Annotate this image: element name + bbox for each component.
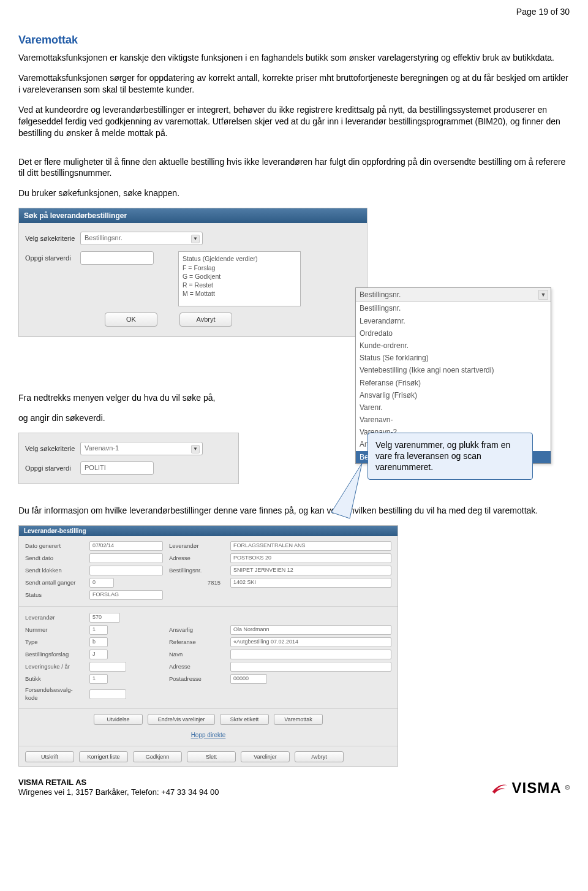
chevron-down-icon: ▼ bbox=[538, 290, 548, 300]
dropdown-option[interactable]: Ansvarlig (Frisøk) bbox=[356, 389, 551, 401]
dropdown-selected: Bestillingsnr. ▼ bbox=[356, 288, 551, 302]
dropdown-option[interactable]: Bestillingsnr. bbox=[356, 302, 551, 314]
paragraph: Du får informasjon om hvilke leverandørb… bbox=[18, 505, 570, 517]
dropdown-option[interactable]: Referanse (Frisøk) bbox=[356, 377, 551, 389]
sent-date-input[interactable] bbox=[89, 553, 163, 563]
sent-count-input[interactable]: 0 bbox=[89, 578, 114, 588]
reference-input[interactable]: «Autgbestilling 07.02.2014 bbox=[230, 637, 391, 647]
page-number: Page 19 of 30 bbox=[18, 0, 570, 30]
startvalue-input[interactable]: POLITI bbox=[80, 461, 154, 475]
dropdown-option[interactable]: Varenavn- bbox=[356, 414, 551, 426]
field-label: Nummer bbox=[25, 626, 83, 634]
field-label: Leverandør bbox=[169, 542, 224, 550]
delivery-week-input[interactable] bbox=[89, 662, 126, 672]
search-dialog: Søk på leverandørbestillinger Velg søkek… bbox=[18, 208, 368, 337]
field-label: Type bbox=[25, 639, 83, 646]
name-input[interactable] bbox=[230, 650, 391, 659]
type-input[interactable]: b bbox=[89, 637, 108, 647]
extension-button[interactable]: Utvidelse bbox=[94, 714, 143, 725]
print-button[interactable]: Utskrift bbox=[25, 751, 74, 762]
approve-button[interactable]: Godkjenn bbox=[133, 751, 182, 762]
lines-button[interactable]: Varelinjer bbox=[241, 751, 290, 762]
addr2-input[interactable] bbox=[230, 662, 391, 672]
jump-link[interactable]: Hopp direkte bbox=[19, 729, 398, 745]
corrected-list-button[interactable]: Korrigert liste bbox=[79, 751, 128, 762]
criteria-label: Velg søkekriterie bbox=[25, 442, 80, 453]
field-label: Adresse bbox=[169, 555, 224, 563]
field-label: Dato generert bbox=[25, 542, 83, 550]
swirl-icon bbox=[490, 779, 508, 797]
supplier-id-input[interactable]: 570 bbox=[89, 613, 120, 623]
callout-tip: Velg varenummer, og plukk fram en vare f… bbox=[368, 433, 533, 480]
field-label: Ansvarlig bbox=[169, 626, 224, 634]
status-input[interactable]: FORSLAG bbox=[89, 590, 163, 600]
company-name: VISMA RETAIL AS bbox=[18, 778, 86, 787]
dropdown-option[interactable]: Ventebestilling (Ikke angi noen startver… bbox=[356, 364, 551, 376]
cancel-button[interactable]: Avbryt bbox=[179, 313, 232, 327]
field-label: Status bbox=[25, 591, 83, 599]
print-label-button[interactable]: Skriv etikett bbox=[220, 714, 269, 725]
visma-logo: VISMA® bbox=[490, 778, 570, 798]
logo-text: VISMA bbox=[512, 778, 562, 798]
startvalue-label: Oppgi starverdi bbox=[25, 461, 80, 473]
startvalue-label: Oppgi starverdi bbox=[25, 251, 80, 263]
criteria-value: Bestillingsnr. bbox=[85, 234, 123, 241]
field-label: Sendt klokken bbox=[25, 567, 83, 575]
chevron-down-icon: ▼ bbox=[191, 445, 200, 453]
company-address: Wirgenes vei 1, 3157 Barkåker, Telefon: … bbox=[18, 787, 219, 797]
field-label: Sendt dato bbox=[25, 555, 83, 563]
goods-receipt-button[interactable]: Varemottak bbox=[274, 714, 323, 725]
date-generated-input[interactable]: 07/02/14 bbox=[89, 541, 163, 551]
paragraph: Varemottaksfunksjonen sørger for oppdate… bbox=[18, 72, 570, 96]
delete-button[interactable]: Slett bbox=[187, 751, 236, 762]
paragraph: Du bruker søkefunksjonen, søke knappen. bbox=[18, 188, 570, 199]
criteria-dropdown[interactable]: Bestillingsnr. ▼ bbox=[80, 232, 203, 245]
store-input[interactable]: 1 bbox=[89, 674, 108, 684]
proposal-input[interactable]: J bbox=[89, 650, 108, 659]
criteria-label: Velg søkekriterie bbox=[25, 232, 80, 243]
startvalue-input[interactable] bbox=[80, 251, 154, 265]
dropdown-header-text: Bestillingsnr. bbox=[360, 290, 401, 299]
postaddr-input[interactable]: 00000 bbox=[230, 674, 267, 684]
field-label: Navn bbox=[169, 651, 224, 659]
paragraph: Varemottaksfunksjonen er kanskje den vik… bbox=[18, 52, 570, 64]
number-input[interactable]: 1 bbox=[89, 625, 108, 635]
field-label: Butikk bbox=[25, 675, 83, 683]
field-label: Leveringsuke / år bbox=[25, 663, 83, 671]
dropdown-option[interactable]: Kunde-ordrenr. bbox=[356, 339, 551, 352]
field-label: Forsendelsesvalg-kode bbox=[25, 686, 83, 702]
field-label: Adresse bbox=[169, 663, 224, 671]
ok-button[interactable]: OK bbox=[105, 313, 157, 327]
field-label: Bestillingsnr. bbox=[169, 567, 224, 575]
field-label: Bestillingsforslag bbox=[25, 651, 83, 659]
sent-time-input[interactable] bbox=[89, 566, 163, 575]
dialog-title: Leverandør-bestilling bbox=[19, 526, 398, 537]
dropdown-option[interactable]: Varenr. bbox=[356, 401, 551, 414]
edit-lines-button[interactable]: Endre/vis varelinjer bbox=[148, 714, 215, 725]
dropdown-option[interactable]: Leverandørnr. bbox=[356, 315, 551, 327]
dropdown-option[interactable]: Status (Se forklaring) bbox=[356, 352, 551, 364]
order-form: Leverandør-bestilling Dato generert 07/0… bbox=[18, 525, 398, 767]
criteria-value: Varenavn-1 bbox=[85, 444, 119, 452]
section-title: Varemottak bbox=[18, 32, 570, 47]
startvalue-text: POLITI bbox=[85, 464, 106, 471]
address2-input[interactable]: SNIPET JERNVEIEN 12 bbox=[230, 566, 391, 575]
address-input[interactable]: POSTBOKS 20 bbox=[230, 553, 391, 563]
status-legend: Status (Gjeldende verdier) F = Forslag G… bbox=[178, 251, 301, 306]
dropdown-option[interactable]: Ordredato bbox=[356, 327, 551, 339]
criteria-dropdown[interactable]: Varenavn-1 ▼ bbox=[80, 442, 203, 455]
paragraph: Ved at kundeordre og leverandørbestillin… bbox=[18, 104, 570, 139]
chevron-down-icon: ▼ bbox=[191, 235, 200, 243]
dialog-title: Søk på leverandørbestillinger bbox=[19, 208, 367, 223]
supplier-input[interactable]: FORLAGSSENTRALEN ANS bbox=[230, 541, 391, 551]
postal-input[interactable]: 1402 SKI bbox=[230, 578, 391, 588]
shipping-code-input[interactable] bbox=[89, 689, 126, 699]
responsible-input[interactable]: Ola Nordmann bbox=[230, 625, 391, 635]
page-footer: VISMA RETAIL AS Wirgenes vei 1, 3157 Bar… bbox=[18, 778, 570, 798]
paragraph: Det er flere muligheter til å finne den … bbox=[18, 156, 570, 180]
cancel-button[interactable]: Avbryt bbox=[295, 751, 344, 762]
ordernr-value: 7815 bbox=[169, 579, 224, 587]
field-label: Postadresse bbox=[169, 675, 224, 683]
registered-icon: ® bbox=[565, 784, 570, 792]
field-label: Sendt antall ganger bbox=[25, 579, 83, 587]
